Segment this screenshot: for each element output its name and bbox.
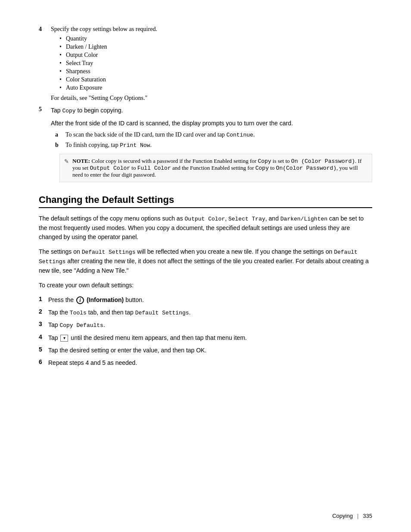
output-color-ref: Output Color: [185, 216, 225, 222]
note-full-color-code: Full Color: [137, 165, 171, 171]
note-copy-code2: Copy: [255, 165, 269, 171]
step-5-copy-code: Copy: [62, 108, 75, 114]
note-on-color-code: On (Color Password): [291, 158, 355, 165]
step-5: 5 Tap Copy to begin copying. After the f…: [39, 106, 372, 182]
default-step-1: 1 Press the i (Information) button.: [39, 296, 372, 305]
bullet-quantity: Quantity: [59, 35, 372, 42]
section-para3: To create your own default settings:: [39, 281, 372, 290]
information-icon: i: [76, 296, 84, 304]
default-settings-code: Default Settings: [135, 310, 189, 316]
print-now-code: Print Now: [120, 142, 150, 149]
default-step-5: 5 Tap the desired setting or enter the v…: [39, 346, 372, 355]
note-output-color-code: Output Color: [90, 165, 130, 171]
default-step-5-content: Tap the desired setting or enter the val…: [48, 346, 372, 355]
default-step-2: 2 Tap the Tools tab, and then tap Defaul…: [39, 308, 372, 317]
default-step-1-num: 1: [39, 296, 48, 302]
dropdown-icon: ▾: [60, 335, 68, 342]
default-step-3-content: Tap Copy Defaults.: [48, 320, 372, 330]
default-step-6: 6 Repeat steps 4 and 5 as needed.: [39, 358, 372, 367]
default-step-4-num: 4: [39, 333, 48, 340]
section-para2: The settings on Default Settings will be…: [39, 247, 372, 276]
step1-press-the: Press the: [48, 296, 75, 303]
bullet-auto-exp: Auto Exposure: [59, 84, 372, 91]
step1-information-label: (Information) button.: [87, 296, 144, 303]
select-tray-ref: Select Tray: [228, 216, 265, 222]
footer-divider: |: [357, 513, 358, 519]
default-step-4: 4 Tap ▾ until the desired menu item appe…: [39, 333, 372, 342]
step-4: 4 Specify the copy settings below as req…: [39, 26, 372, 102]
step-5-to-begin: to begin copying.: [76, 107, 123, 114]
page-footer: Copying | 335: [332, 513, 372, 519]
darken-lighten-ref: Darken/Lighten: [280, 216, 327, 222]
section-heading: Changing the Default Settings: [39, 194, 372, 208]
default-step-3: 3 Tap Copy Defaults.: [39, 320, 372, 330]
step-5-main: Tap Copy to begin copying.: [51, 106, 372, 115]
default-step-4-content: Tap ▾ until the desired menu item appear…: [48, 333, 372, 342]
page-content: 4 Specify the copy settings below as req…: [0, 0, 411, 405]
default-step-6-num: 6: [39, 358, 48, 365]
default-step-1-content: Press the i (Information) button.: [48, 296, 372, 305]
bullet-color-sat: Color Saturation: [59, 76, 372, 83]
sub-step-b-content: To finish copying, tap Print Now.: [65, 142, 372, 149]
note-label: NOTE:: [72, 158, 91, 164]
section-para1: The default settings of the copy menu op…: [39, 214, 372, 243]
copy-defaults-code: Copy Defaults: [59, 322, 103, 329]
bullet-sharpness: Sharpness: [59, 68, 372, 75]
step-5-after: After the front side of the ID card is s…: [51, 119, 372, 128]
sub-step-a-content: To scan the back side of the ID card, tu…: [65, 131, 372, 138]
step-5-number: 5: [39, 106, 51, 113]
step-4-bullets: Quantity Darken / Lighten Output Color S…: [59, 35, 372, 91]
bullet-output-color: Output Color: [59, 52, 372, 59]
step-4-for-details: For details, see "Setting Copy Options.": [51, 95, 372, 102]
bullet-select-tray: Select Tray: [59, 60, 372, 67]
sub-steps: a To scan the back side of the ID card, …: [55, 131, 372, 182]
note-on-color-password-code: On(Color Password): [276, 165, 336, 171]
default-step-5-num: 5: [39, 346, 48, 353]
sub-step-a-label: a: [55, 131, 65, 138]
note-copy-code: Copy: [258, 158, 271, 165]
continue-code: Continue: [226, 132, 253, 138]
default-step-2-content: Tap the Tools tab, and then tap Default …: [48, 308, 372, 317]
step-5-content: Tap Copy to begin copying. After the fro…: [51, 106, 372, 182]
step-5-tap-label: Tap: [51, 107, 62, 114]
default-step-6-content: Repeat steps 4 and 5 as needed.: [48, 358, 372, 367]
numbered-steps: 1 Press the i (Information) button. 2 Ta…: [39, 296, 372, 367]
note-content: NOTE: Color copy is secured with a passw…: [72, 158, 367, 178]
footer-copying-label: Copying: [332, 513, 353, 519]
default-step-2-num: 2: [39, 308, 48, 315]
sub-step-a: a To scan the back side of the ID card, …: [55, 131, 372, 138]
step-4-content: Specify the copy settings below as requi…: [51, 26, 372, 102]
sub-step-b: b To finish copying, tap Print Now.: [55, 142, 372, 149]
bullet-darken: Darken / Lighten: [59, 44, 372, 50]
default-settings-ref1: Default Settings: [82, 249, 136, 255]
note-text: Color copy is secured with a password if…: [72, 158, 361, 178]
note-box: ✎ NOTE: Color copy is secured with a pas…: [59, 154, 372, 182]
sub-step-b-label: b: [55, 142, 65, 149]
step-4-intro: Specify the copy settings below as requi…: [51, 26, 157, 32]
footer-page-number: 335: [363, 513, 372, 519]
note-pencil-icon: ✎: [64, 158, 69, 165]
default-step-3-num: 3: [39, 320, 48, 327]
tools-tab-code: Tools: [70, 310, 87, 316]
step-4-number: 4: [39, 26, 51, 33]
